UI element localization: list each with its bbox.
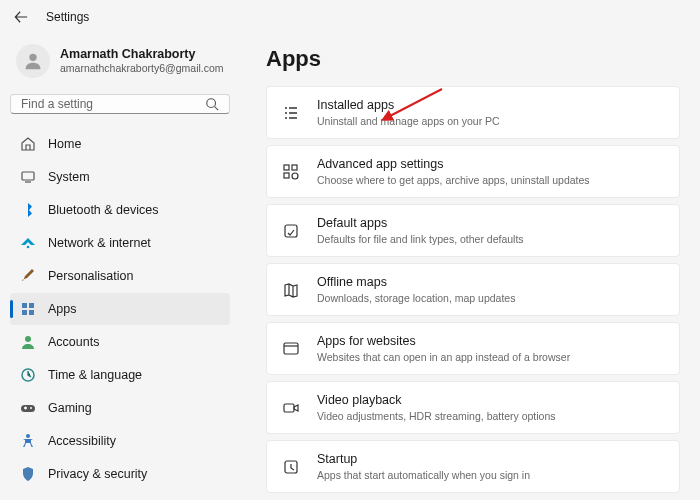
sidebar-item-home[interactable]: Home [10, 128, 230, 160]
bluetooth-icon [20, 202, 36, 218]
sidebar-item-bluetooth[interactable]: Bluetooth & devices [10, 194, 230, 226]
svg-rect-12 [21, 405, 35, 412]
svg-rect-3 [22, 172, 34, 180]
account-icon [20, 334, 36, 350]
svg-rect-17 [284, 173, 289, 178]
titlebar: Settings [0, 0, 700, 34]
access-icon [20, 433, 36, 449]
arrow-left-icon [14, 10, 28, 24]
sidebar-item-label: Bluetooth & devices [48, 203, 159, 217]
privacy-icon [20, 466, 36, 482]
svg-rect-15 [284, 165, 289, 170]
svg-point-0 [29, 54, 36, 61]
sidebar-item-gaming[interactable]: Gaming [10, 392, 230, 424]
card-title: Installed apps [317, 97, 500, 114]
sidebar: Amarnath Chakraborty amarnathchakraborty… [0, 34, 240, 500]
svg-point-18 [292, 173, 298, 179]
sidebar-item-apps[interactable]: Apps [10, 293, 230, 325]
card-subtitle: Websites that can open in an app instead… [317, 350, 570, 364]
gaming-icon [20, 400, 36, 416]
svg-point-13 [30, 407, 32, 409]
apps-icon [20, 301, 36, 317]
window-title: Settings [46, 10, 89, 24]
card-subtitle: Downloads, storage location, map updates [317, 291, 515, 305]
websites-icon [281, 339, 301, 359]
svg-rect-8 [22, 310, 27, 315]
profile-email: amarnathchakraborty6@gmail.com [60, 62, 224, 75]
card-title: Offline maps [317, 274, 515, 291]
sidebar-item-label: Apps [48, 302, 77, 316]
list-icon [281, 103, 301, 123]
svg-line-2 [215, 107, 219, 111]
card-subtitle: Defaults for file and link types, other … [317, 232, 524, 246]
profile-name: Amarnath Chakraborty [60, 47, 224, 63]
cards-list: Installed appsUninstall and manage apps … [266, 86, 680, 493]
sidebar-item-label: Time & language [48, 368, 142, 382]
card-list[interactable]: Installed appsUninstall and manage apps … [266, 86, 680, 139]
default-icon [281, 221, 301, 241]
svg-rect-19 [285, 225, 297, 237]
sidebar-item-label: Home [48, 137, 81, 151]
home-icon [20, 136, 36, 152]
card-title: Video playback [317, 392, 556, 409]
back-button[interactable] [10, 6, 32, 28]
maps-icon [281, 280, 301, 300]
svg-point-14 [26, 434, 30, 438]
card-advanced[interactable]: Advanced app settingsChoose where to get… [266, 145, 680, 198]
sidebar-item-access[interactable]: Accessibility [10, 425, 230, 457]
time-icon [20, 367, 36, 383]
card-subtitle: Video adjustments, HDR streaming, batter… [317, 409, 556, 423]
sidebar-item-label: System [48, 170, 90, 184]
sidebar-item-label: Privacy & security [48, 467, 147, 481]
svg-rect-9 [29, 310, 34, 315]
profile[interactable]: Amarnath Chakraborty amarnathchakraborty… [10, 34, 230, 94]
svg-point-10 [25, 336, 31, 342]
card-default[interactable]: Default appsDefaults for file and link t… [266, 204, 680, 257]
card-title: Startup [317, 451, 530, 468]
svg-point-1 [207, 99, 216, 108]
video-icon [281, 398, 301, 418]
advanced-icon [281, 162, 301, 182]
card-maps[interactable]: Offline mapsDownloads, storage location,… [266, 263, 680, 316]
sidebar-item-label: Accessibility [48, 434, 116, 448]
sidebar-item-wifi[interactable]: Network & internet [10, 227, 230, 259]
search-input[interactable] [21, 97, 205, 111]
sidebar-item-label: Gaming [48, 401, 92, 415]
sidebar-item-time[interactable]: Time & language [10, 359, 230, 391]
card-video[interactable]: Video playbackVideo adjustments, HDR str… [266, 381, 680, 434]
svg-rect-20 [284, 343, 298, 354]
svg-rect-6 [22, 303, 27, 308]
nav-list: HomeSystemBluetooth & devicesNetwork & i… [10, 128, 230, 490]
svg-rect-7 [29, 303, 34, 308]
card-subtitle: Uninstall and manage apps on your PC [317, 114, 500, 128]
brush-icon [20, 268, 36, 284]
sidebar-item-system[interactable]: System [10, 161, 230, 193]
card-subtitle: Apps that start automatically when you s… [317, 468, 530, 482]
sidebar-item-label: Network & internet [48, 236, 151, 250]
avatar [16, 44, 50, 78]
page-title: Apps [266, 46, 680, 72]
card-title: Default apps [317, 215, 524, 232]
sidebar-item-label: Accounts [48, 335, 99, 349]
svg-rect-22 [284, 404, 294, 412]
sidebar-item-privacy[interactable]: Privacy & security [10, 458, 230, 490]
sidebar-item-label: Personalisation [48, 269, 133, 283]
svg-point-5 [27, 246, 30, 249]
svg-rect-16 [292, 165, 297, 170]
content: Apps Installed appsUninstall and manage … [240, 34, 700, 500]
card-title: Apps for websites [317, 333, 570, 350]
system-icon [20, 169, 36, 185]
sidebar-item-brush[interactable]: Personalisation [10, 260, 230, 292]
startup-icon [281, 457, 301, 477]
wifi-icon [20, 235, 36, 251]
search-box[interactable] [10, 94, 230, 114]
card-subtitle: Choose where to get apps, archive apps, … [317, 173, 590, 187]
search-icon [205, 97, 219, 111]
card-startup[interactable]: StartupApps that start automatically whe… [266, 440, 680, 493]
card-websites[interactable]: Apps for websitesWebsites that can open … [266, 322, 680, 375]
card-title: Advanced app settings [317, 156, 590, 173]
sidebar-item-account[interactable]: Accounts [10, 326, 230, 358]
